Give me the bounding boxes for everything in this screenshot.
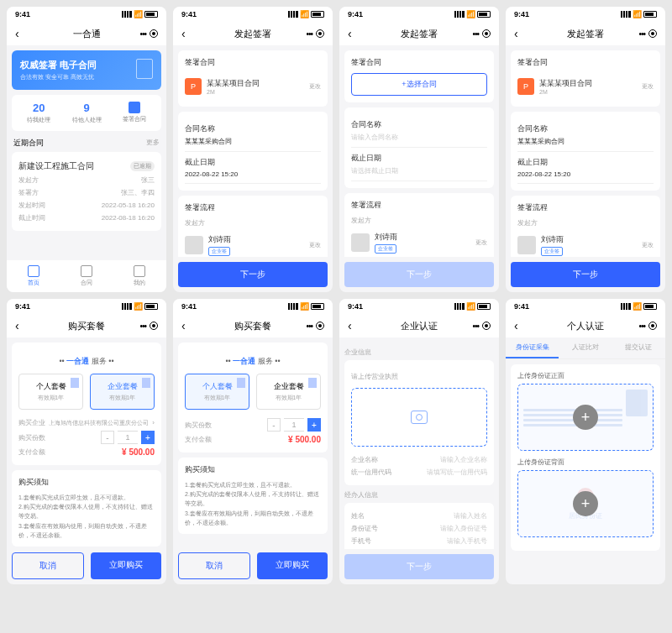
portrait-icon	[626, 390, 648, 416]
page-title: 企业认证	[401, 320, 438, 332]
page-title: 个人认证	[567, 320, 604, 332]
back-icon[interactable]: ‹	[15, 27, 19, 40]
page-title: 发起签署	[401, 28, 438, 40]
upload-license[interactable]	[351, 388, 487, 447]
minus-button[interactable]: -	[101, 431, 114, 444]
upload-id-front[interactable]: +	[517, 384, 654, 451]
user-icon	[134, 265, 145, 277]
screen-initiate-filled: 9:41📶 ‹ 发起签署 ••• 签署合同 P 某某某项目合同2M 更改 合同名…	[173, 7, 333, 292]
screen-home: 9:41 📶 ‹ 一合通 ••• 权威签署 电子合同 合法有效 安全可靠 高效无…	[7, 7, 166, 292]
screen-initiate-enterprise: 9:41📶 ‹ 发起签署 ••• 签署合同 P 某某某项目合同2M 更改 合同名…	[506, 7, 665, 292]
next-button[interactable]: 下一步	[344, 554, 494, 579]
cancel-button[interactable]: 取消	[12, 552, 84, 579]
step-3[interactable]: 提交认证	[612, 337, 665, 358]
stat-pending-me[interactable]: 20 待我处理	[15, 102, 63, 124]
status-bar: 9:41 📶	[7, 7, 166, 22]
section-title: 近期合同	[13, 138, 44, 149]
screen-purchase-enterprise: 9:41📶 ‹ 购买套餐 ••• •• 一合通 服务 •• 个人套餐有效期1年 …	[7, 299, 166, 584]
buy-button[interactable]: 立即购买	[91, 552, 161, 579]
pdf-icon: P	[517, 78, 534, 95]
document-icon	[129, 102, 140, 113]
quantity-stepper[interactable]: -1+	[267, 418, 321, 432]
hero-banner: 权威签署 电子合同 合法有效 安全可靠 高效无忧	[12, 50, 161, 90]
stats-row: 20 待我处理 9 待他人处理 签署合同	[12, 95, 161, 131]
back-icon[interactable]: ‹	[348, 27, 352, 40]
back-icon[interactable]: ‹	[181, 27, 186, 40]
quantity-stepper[interactable]: -1+	[101, 431, 155, 444]
next-button[interactable]: 下一步	[511, 262, 660, 287]
screen-purchase-personal: 9:41📶 ‹ 购买套餐 ••• •• 一合通 服务 •• 个人套餐有效期1年 …	[173, 299, 333, 584]
page-title: 发起签署	[234, 28, 271, 40]
plan-enterprise[interactable]: 企业套餐有效期1年	[90, 374, 155, 410]
plan-personal[interactable]: 个人套餐有效期1年	[18, 374, 83, 410]
screen-personal-auth: 9:41📶 ‹ 个人认证 ••• 身份证采集 人证比对 提交认证 上传身份证正面…	[506, 299, 665, 584]
tab-mine[interactable]: 我的	[113, 265, 166, 287]
cancel-button[interactable]: 取消	[178, 552, 250, 579]
select-contract-button[interactable]: +选择合同	[351, 73, 487, 96]
step-1[interactable]: 身份证采集	[506, 337, 559, 358]
back-icon[interactable]: ‹	[514, 319, 518, 332]
step-2[interactable]: 人证比对	[559, 337, 612, 358]
price: ¥ 500.00	[122, 447, 155, 457]
plan-enterprise[interactable]: 企业套餐有效期1年	[256, 374, 321, 410]
shield-icon	[136, 59, 153, 79]
tab-home[interactable]: 首页	[7, 265, 60, 287]
signer-item: 刘诗雨企业签 更改	[185, 231, 321, 257]
company-name-input[interactable]: 请输入企业名称	[440, 455, 487, 464]
page-title: 购买套餐	[68, 320, 105, 332]
page-title: 发起签署	[567, 28, 604, 40]
id-input[interactable]: 请输入身份证号	[440, 524, 487, 533]
screen-enterprise-auth: 9:41📶 ‹ 企业认证 ••• 企业信息 请上传营业执照 企业名称请输入企业名…	[339, 299, 499, 584]
back-icon[interactable]: ‹	[514, 27, 518, 40]
buy-button[interactable]: 立即购买	[257, 552, 328, 579]
hero-subtitle: 合法有效 安全可靠 高效无忧	[20, 73, 153, 81]
phone-input[interactable]: 请输入手机号	[447, 536, 487, 546]
avatar	[351, 233, 370, 252]
target-icon[interactable]	[150, 29, 158, 38]
tab-contracts[interactable]: 合同	[60, 265, 113, 287]
plus-icon: +	[573, 405, 598, 430]
chevron-right-icon[interactable]: ›	[152, 419, 155, 426]
stat-pending-others[interactable]: 9 待他人处理	[63, 102, 111, 124]
document-icon	[81, 265, 92, 277]
camera-icon	[411, 411, 428, 424]
contract-name-input[interactable]: 请输入合同名称	[351, 133, 487, 142]
home-icon	[28, 265, 39, 277]
document-item[interactable]: P 某某某项目合同2M 更改	[185, 73, 321, 100]
nav-bar: ‹ 一合通 •••	[7, 22, 166, 45]
plus-button[interactable]: +	[141, 431, 155, 444]
name-input[interactable]: 请输入姓名	[454, 511, 487, 521]
time: 9:41	[15, 10, 30, 18]
contract-name-input[interactable]: 某某某采购合同	[185, 137, 321, 146]
pdf-icon: P	[185, 78, 202, 95]
deadline-input[interactable]: 请选择截止日期	[351, 166, 487, 175]
status-badge: 已逾期	[130, 161, 155, 171]
avatar	[185, 236, 203, 254]
plus-icon: +	[573, 491, 598, 516]
back-icon[interactable]: ‹	[348, 319, 352, 332]
next-button[interactable]: 下一步	[344, 262, 494, 287]
screen-initiate-empty: 9:41📶 ‹ 发起签署 ••• 签署合同 +选择合同 合同名称请输入合同名称 …	[339, 7, 499, 292]
deadline-input[interactable]: 2022-08-22 15:20	[185, 170, 321, 178]
page-title: 购买套餐	[234, 320, 271, 332]
upload-id-back[interactable]: 居民身份证 +	[517, 470, 654, 537]
back-icon[interactable]: ‹	[181, 319, 186, 332]
step-tabs: 身份证采集 人证比对 提交认证	[506, 337, 665, 359]
plan-personal[interactable]: 个人套餐有效期1年	[185, 374, 249, 410]
back-icon[interactable]: ‹	[15, 319, 19, 332]
contract-card[interactable]: 新建设工程施工合同已逾期 发起方张三 签署方张三、李四 发起时间2022-05-…	[12, 152, 161, 231]
more-link[interactable]: 更多	[146, 138, 160, 149]
hero-title: 权威签署 电子合同	[20, 59, 153, 71]
tab-bar: 首页 合同 我的	[7, 260, 166, 292]
next-button[interactable]: 下一步	[178, 262, 328, 287]
credit-code-input[interactable]: 请填写统一信用代码	[427, 468, 487, 477]
change-button[interactable]: 更改	[309, 82, 321, 91]
menu-icon[interactable]: •••	[139, 29, 146, 39]
stat-sign[interactable]: 签署合同	[110, 102, 158, 124]
page-title: 一合通	[73, 28, 101, 40]
